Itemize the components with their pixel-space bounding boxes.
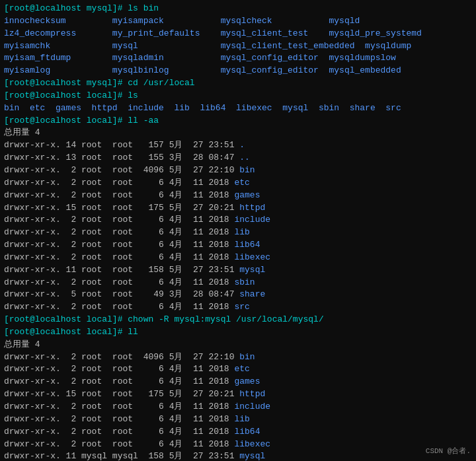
terminal-line: drwxr-xr-x. 2 root root 6 4月 11 2018 lib… bbox=[4, 252, 472, 264]
terminal-line: 总用量 4 bbox=[4, 127, 472, 139]
terminal-line: drwxr-xr-x. 2 root root 6 4月 11 2018 lib… bbox=[4, 426, 472, 439]
terminal-line: drwxr-xr-x. 11 root root 158 5月 27 23:51… bbox=[4, 264, 472, 277]
watermark-label: CSDN @合者. bbox=[426, 446, 471, 457]
terminal-line: drwxr-xr-x. 2 root root 6 4月 11 2018 inc… bbox=[4, 214, 472, 227]
terminal-line: [root@localhost local]# ls bbox=[4, 90, 472, 102]
terminal-line: drwxr-xr-x. 5 root root 49 3月 28 08:47 s… bbox=[4, 289, 472, 301]
terminal-line: drwxr-xr-x. 2 root root 6 4月 11 2018 gam… bbox=[4, 376, 472, 388]
terminal-line: drwxr-xr-x. 2 root root 6 4月 11 2018 sbi… bbox=[4, 277, 472, 289]
terminal-line: myisam_ftdump mysqladmin mysql_config_ed… bbox=[4, 52, 472, 65]
terminal-line: myisamchk mysql mysql_client_test_embedd… bbox=[4, 40, 472, 53]
terminal-line: [root@localhost local]# ll bbox=[4, 326, 472, 339]
terminal-line: lz4_decompress my_print_defaults mysql_c… bbox=[4, 28, 472, 40]
terminal-line: drwxr-xr-x. 15 root root 175 5月 27 20:21… bbox=[4, 202, 472, 215]
terminal-line: drwxr-xr-x. 2 root root 6 4月 11 2018 gam… bbox=[4, 190, 472, 202]
terminal-line: drwxr-xr-x. 15 root root 175 5月 27 20:21… bbox=[4, 388, 472, 401]
terminal-line: [root@localhost local]# ll -aa bbox=[4, 115, 472, 127]
terminal-line: drwxr-xr-x. 2 root root 6 4月 11 2018 lib… bbox=[4, 439, 472, 451]
terminal-line: 总用量 4 bbox=[4, 339, 472, 351]
terminal-line: [root@localhost mysql]# cd /usr/local bbox=[4, 77, 472, 90]
terminal-line: [root@localhost local]# chown -R mysql:m… bbox=[4, 314, 472, 326]
terminal-output: [root@localhost mysql]# ls bininnochecks… bbox=[4, 3, 472, 461]
terminal-line: myisamlog mysqlbinlog mysql_config_edito… bbox=[4, 65, 472, 77]
terminal-line: innochecksum myisampack mysqlcheck mysql… bbox=[4, 15, 472, 28]
terminal-line: bin etc games httpd include lib lib64 li… bbox=[4, 102, 472, 115]
terminal-line: drwxr-xr-x. 14 root root 157 5月 27 23:51… bbox=[4, 139, 472, 152]
terminal-line: drwxr-xr-x. 2 root root 4096 5月 27 22:10… bbox=[4, 351, 472, 364]
terminal-line: drwxr-xr-x. 11 mysql mysql 158 5月 27 23:… bbox=[4, 450, 472, 461]
terminal-line: drwxr-xr-x. 2 root root 6 4月 11 2018 lib bbox=[4, 227, 472, 239]
terminal-line: drwxr-xr-x. 2 root root 6 4月 11 2018 lib bbox=[4, 413, 472, 426]
terminal-line: drwxr-xr-x. 2 root root 6 4月 11 2018 src bbox=[4, 301, 472, 314]
terminal-line: drwxr-xr-x. 2 root root 6 4月 11 2018 lib… bbox=[4, 239, 472, 252]
terminal-line: drwxr-xr-x. 2 root root 6 4月 11 2018 etc bbox=[4, 363, 472, 376]
terminal-line: drwxr-xr-x. 2 root root 4096 5月 27 22:10… bbox=[4, 164, 472, 177]
terminal-line: [root@localhost mysql]# ls bin bbox=[4, 3, 472, 15]
terminal-line: drwxr-xr-x. 2 root root 6 4月 11 2018 inc… bbox=[4, 401, 472, 413]
terminal-window: [root@localhost mysql]# ls bininnochecks… bbox=[0, 0, 476, 461]
terminal-line: drwxr-xr-x. 13 root root 155 3月 28 08:47… bbox=[4, 152, 472, 164]
terminal-line: drwxr-xr-x. 2 root root 6 4月 11 2018 etc bbox=[4, 177, 472, 190]
